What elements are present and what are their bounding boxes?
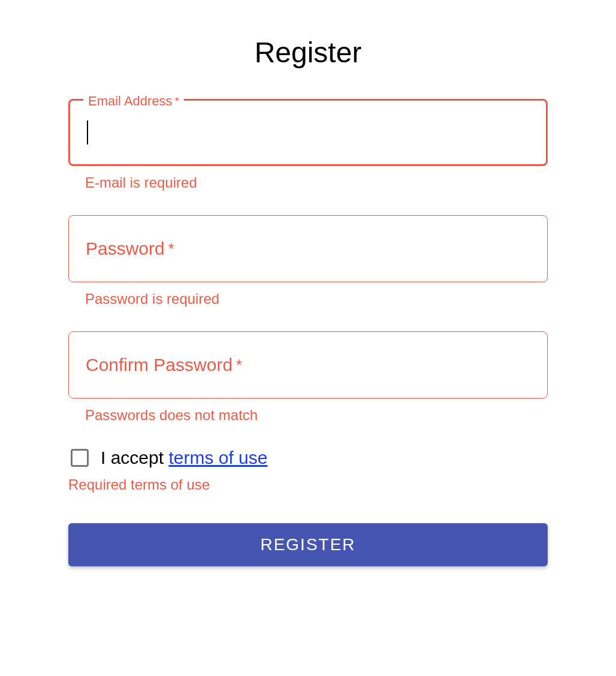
confirm-password-field-wrapper[interactable]: Confirm Password * xyxy=(68,331,548,399)
email-field-group: Email Address * E-mail is required xyxy=(68,99,548,191)
terms-label: I accept terms of use xyxy=(101,448,267,468)
confirm-password-error: Passwords does not match xyxy=(85,407,548,424)
page-title: Register xyxy=(68,36,548,69)
password-error: Password is required xyxy=(85,291,548,307)
terms-error: Required terms of use xyxy=(68,476,548,493)
register-button[interactable]: REGISTER xyxy=(68,523,548,566)
email-field-wrapper[interactable]: Email Address * xyxy=(68,99,548,166)
terms-of-use-link[interactable]: terms of use xyxy=(168,448,267,467)
email-error: E-mail is required xyxy=(85,174,548,191)
password-field-group: Password * Password is required xyxy=(68,215,548,307)
terms-prefix-text: I accept xyxy=(101,448,168,467)
password-field-wrapper[interactable]: Password * xyxy=(68,215,548,282)
confirm-password-field-group: Confirm Password * Passwords does not ma… xyxy=(68,331,548,424)
terms-checkbox-row: I accept terms of use xyxy=(71,448,548,468)
register-form-container: Register Email Address * E-mail is requi… xyxy=(68,36,548,566)
terms-checkbox[interactable] xyxy=(71,449,89,467)
